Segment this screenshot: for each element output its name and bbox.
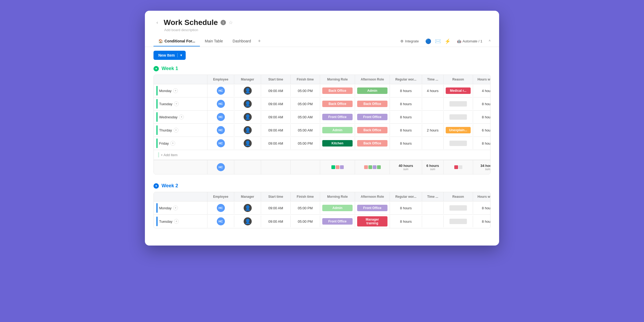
manager-avatar: 👤 [244,126,252,134]
collapse-button[interactable]: ^ [489,39,491,43]
table-row: Monday + HC 👤 09:00 AM 05:00 PM Back Off… [154,84,490,97]
afternoon-role-chip[interactable]: Back Office [357,101,387,107]
col-header-afternoon2: Afternoon Role [355,192,390,201]
info-icon[interactable]: i [221,20,226,25]
morning-color-sq [340,165,344,169]
col-header-regular: Regular wor... [390,75,422,84]
chevron-down-icon: ▾ [180,53,182,57]
afternoon-color-sq [364,165,368,169]
tab-conditional[interactable]: 🏠 Conditional For... [153,36,200,46]
manager-avatar: 👤 [244,113,252,121]
morning-role-chip[interactable]: Back Office [322,101,353,107]
afternoon-role-cell: Back Office [355,124,390,136]
star-icon[interactable]: ☆ [229,20,233,25]
afternoon-role-chip[interactable]: Admin [357,87,387,94]
employee-cell: HC [207,202,234,214]
day-cell: Tuesday + [154,97,207,110]
new-item-button[interactable]: New Item ▾ [153,51,186,60]
time-off-cell [422,98,444,110]
manager-cell: 👤 [234,202,261,214]
morning-role-chip[interactable]: Admin [322,127,353,133]
tab-main[interactable]: Main Table [200,36,228,46]
morning-role-chip[interactable]: Admin [322,205,353,211]
time-off-cell: 2 hours [422,124,444,136]
board-description[interactable]: Add board description [164,28,491,32]
reason-cell [444,215,473,227]
table-row: Tuesday + HC 👤 09:00 AM 05:00 PM Back Of… [154,97,490,111]
day-cell: Friday + [154,137,207,150]
tab-dashboard[interactable]: Dashboard [228,36,256,46]
add-item-row[interactable]: + Add Item [154,150,490,160]
add-row-icon[interactable]: + [173,206,178,210]
morning-role-chip[interactable]: Back Office [322,87,353,94]
morning-role-cell: Front Office [320,111,355,123]
week1-section: ▾ Week 1 Employee Manager Start time Fin… [153,64,491,174]
employee-cell: HC [207,98,234,110]
afternoon-role-chip[interactable]: Back Office [357,127,387,133]
integrate-button[interactable]: ⚙ Integrate [398,38,421,45]
automate-button[interactable]: 🤖 Automate / 1 [454,38,485,45]
summary-employee: HC [207,160,234,174]
add-row-icon[interactable]: + [179,115,184,119]
avatar: HC [217,126,225,134]
finish-cell: 05:00 PM [291,137,320,149]
day-cell: Wednesday + [154,111,207,123]
avatar: HC [217,87,225,95]
back-button[interactable]: ‹ [153,19,161,26]
add-bar [158,152,159,158]
week1-toggle[interactable]: ▾ [153,66,159,71]
afternoon-color-sq [377,165,381,169]
morning-role-cell: Front Office [320,215,355,227]
finish-cell: 05:00 AM [291,111,320,123]
regular-hours-cell: 8 hours [390,202,422,214]
reason-color-sq [459,165,462,169]
time-off-cell [422,202,444,214]
add-row-icon[interactable]: + [174,101,179,106]
reason-chip[interactable]: Unexplain... [446,127,471,133]
summary-manager [234,160,261,174]
day-cell: Monday + [154,84,207,97]
add-row-icon[interactable]: + [170,141,175,146]
avatar: HC [217,139,225,147]
app-window: ‹ Work Schedule i ☆ Add board descriptio… [145,11,499,246]
time-off-cell [422,111,444,123]
morning-role-chip[interactable]: Front Office [322,218,353,225]
reason-chip[interactable]: Medical r... [446,87,471,94]
col-header-start: Start time [261,75,291,84]
afternoon-role-chip[interactable]: Manager training [357,216,387,226]
morning-role-chip[interactable]: Front Office [322,114,353,120]
afternoon-role-chip[interactable]: Front Office [357,205,387,211]
afternoon-role-cell: Front Office [355,111,390,123]
employee-cell: HC [207,215,234,227]
summary-avatar: HC [217,163,225,171]
toolbar: New Item ▾ [145,47,499,64]
afternoon-role-chip[interactable]: Front Office [357,114,387,120]
week2-toggle[interactable]: ▾ [153,183,159,189]
summary-morning-colors [320,160,355,174]
afternoon-role-cell: Back Office [355,137,390,149]
start-cell: 09:00 AM [261,202,291,214]
table-row: Thurday + HC 👤 09:00 AM 05:00 AM Admin [154,124,490,137]
tab-add[interactable]: + [256,36,263,47]
col-header-employee: Employee [207,75,234,84]
header: ‹ Work Schedule i ☆ Add board descriptio… [145,11,499,47]
morning-role-chip[interactable]: Kitchen [322,140,353,147]
hours-worked-cell: 4 hours [473,85,491,97]
day-cell: Tuesday + [154,215,207,228]
automate-icon: 🤖 [457,39,461,43]
avatar: HC [217,217,225,225]
app-icon-3: ⚡ [445,38,451,44]
add-row-icon[interactable]: + [174,128,178,133]
finish-cell: 05:00 PM [291,98,320,110]
finish-cell: 05:00 AM [291,124,320,136]
col-header-hours: Hours work... [473,75,491,84]
add-row-icon[interactable]: + [174,219,179,224]
hours-worked-cell: 8 hours [473,202,491,214]
add-row-icon[interactable]: + [173,88,178,93]
employee-cell: HC [207,137,234,149]
manager-cell: 👤 [234,111,261,123]
col-header-hours2: Hours work... [473,192,491,201]
reason-cell [444,202,473,214]
afternoon-role-chip[interactable]: Back Office [357,140,387,147]
week2-title: Week 2 [162,183,178,189]
